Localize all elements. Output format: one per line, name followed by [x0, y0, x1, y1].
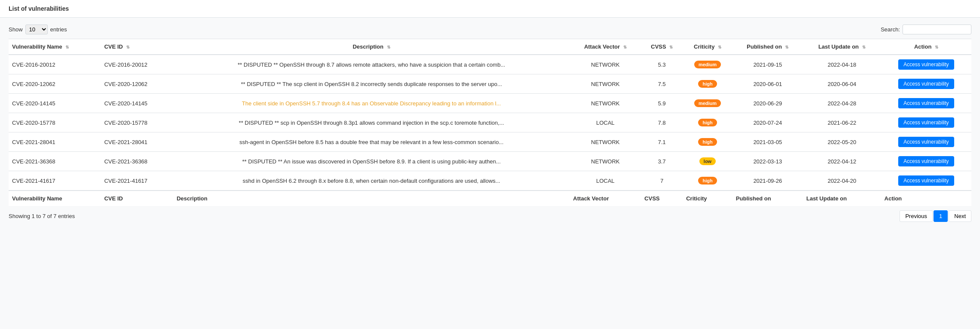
cell-cve-id: CVE-2021-28041: [101, 132, 173, 152]
access-vulnerability-button[interactable]: Access vulnerability: [898, 117, 954, 128]
table-row: CVE-2021-41617 CVE-2021-41617 sshd in Op…: [9, 171, 971, 191]
cell-action: Access vulnerability: [881, 94, 971, 113]
cell-last-update: 2022-04-18: [803, 55, 881, 74]
cell-action: Access vulnerability: [881, 55, 971, 74]
col-vuln-name: Vulnerability Name ⇅: [9, 39, 101, 55]
table-row: CVE-2020-12062 CVE-2020-12062 ** DISPUTE…: [9, 74, 971, 94]
entries-select[interactable]: 102550100: [25, 25, 48, 34]
criticality-badge: medium: [694, 99, 721, 107]
cell-cve-id: CVE-2020-15778: [101, 113, 173, 132]
table-row: CVE-2021-36368 CVE-2021-36368 ** DISPUTE…: [9, 152, 971, 171]
table-header: Vulnerability Name ⇅ CVE ID ⇅ Descriptio…: [9, 39, 971, 55]
col-cve-id: CVE ID ⇅: [101, 39, 173, 55]
cell-last-update: 2022-05-20: [803, 132, 881, 152]
cell-cvss: 3.7: [641, 152, 683, 171]
show-entries-control: Show 102550100 entries: [9, 25, 67, 34]
search-box: Search:: [881, 25, 971, 34]
sort-icon-description: ⇅: [387, 45, 390, 49]
criticality-badge: high: [698, 80, 717, 88]
cell-published-on: 2021-03-05: [733, 132, 803, 152]
cell-action: Access vulnerability: [881, 152, 971, 171]
cell-criticality: high: [683, 113, 733, 132]
cell-cve-id: CVE-2020-12062: [101, 74, 173, 94]
table-row: CVE-2021-28041 CVE-2021-28041 ssh-agent …: [9, 132, 971, 152]
criticality-badge: low: [699, 157, 716, 165]
previous-button[interactable]: Previous: [900, 210, 933, 222]
cell-last-update: 2020-06-04: [803, 74, 881, 94]
cell-description: ** DISPUTED ** The scp client in OpenSSH…: [173, 74, 569, 94]
footer-published-on: Published on: [733, 191, 803, 206]
col-action: Action ⇅: [881, 39, 971, 55]
cell-vuln-name: CVE-2020-12062: [9, 74, 101, 94]
cell-attack-vector: LOCAL: [570, 171, 641, 191]
cell-vuln-name: CVE-2021-36368: [9, 152, 101, 171]
search-input[interactable]: [903, 25, 971, 34]
cell-attack-vector: NETWORK: [570, 132, 641, 152]
access-vulnerability-button[interactable]: Access vulnerability: [898, 156, 954, 166]
cell-description: ** DISPUTED ** An issue was discovered i…: [173, 152, 569, 171]
cell-attack-vector: NETWORK: [570, 94, 641, 113]
cell-action: Access vulnerability: [881, 74, 971, 94]
cell-vuln-name: CVE-2020-15778: [9, 113, 101, 132]
header-title: List of vulnerabilities: [9, 5, 69, 12]
sort-icon-criticality: ⇅: [718, 45, 721, 49]
show-label: Show: [9, 26, 23, 33]
page-title: List of vulnerabilities: [0, 0, 980, 18]
cell-vuln-name: CVE-2021-41617: [9, 171, 101, 191]
page-1-button[interactable]: 1: [934, 210, 948, 222]
criticality-badge: medium: [694, 61, 721, 68]
cell-description: sshd in OpenSSH 6.2 through 8.x before 8…: [173, 171, 569, 191]
access-vulnerability-button[interactable]: Access vulnerability: [898, 98, 954, 108]
next-button[interactable]: Next: [949, 210, 971, 222]
cell-last-update: 2021-06-22: [803, 113, 881, 132]
cell-criticality: high: [683, 132, 733, 152]
search-label: Search:: [881, 26, 900, 33]
cell-vuln-name: CVE-2016-20012: [9, 55, 101, 74]
sort-icon-cve-id: ⇅: [126, 45, 130, 49]
cell-cvss: 7.8: [641, 113, 683, 132]
table-row: CVE-2020-14145 CVE-2020-14145 The client…: [9, 94, 971, 113]
table-row: CVE-2020-15778 CVE-2020-15778 ** DISPUTE…: [9, 113, 971, 132]
pagination: Previous 1 Next: [900, 210, 971, 222]
sort-icon-vuln-name: ⇅: [65, 45, 69, 49]
cell-cvss: 7.1: [641, 132, 683, 152]
entries-label: entries: [50, 26, 67, 33]
cell-action: Access vulnerability: [881, 113, 971, 132]
sort-icon-last-update: ⇅: [862, 45, 866, 49]
access-vulnerability-button[interactable]: Access vulnerability: [898, 137, 954, 147]
footer-cve-id: CVE ID: [101, 191, 173, 206]
table-footer: Showing 1 to 7 of 7 entries Previous 1 N…: [9, 210, 971, 222]
access-vulnerability-button[interactable]: Access vulnerability: [898, 59, 954, 70]
footer-description: Description: [173, 191, 569, 206]
footer-attack-vector: Attack Vector: [570, 191, 641, 206]
sort-icon-action: ⇅: [935, 45, 938, 49]
col-last-update: Last Update on ⇅: [803, 39, 881, 55]
cell-published-on: 2021-09-15: [733, 55, 803, 74]
table-controls: Show 102550100 entries Search:: [9, 25, 971, 34]
table-row: CVE-2016-20012 CVE-2016-20012 ** DISPUTE…: [9, 55, 971, 74]
footer-action: Action: [881, 191, 971, 206]
cell-criticality: medium: [683, 94, 733, 113]
vulnerabilities-table: Vulnerability Name ⇅ CVE ID ⇅ Descriptio…: [9, 39, 971, 206]
cell-vuln-name: CVE-2020-14145: [9, 94, 101, 113]
sort-icon-attack-vector: ⇅: [623, 45, 627, 49]
cell-cve-id: CVE-2021-36368: [101, 152, 173, 171]
access-vulnerability-button[interactable]: Access vulnerability: [898, 175, 954, 186]
showing-text: Showing 1 to 7 of 7 entries: [9, 213, 75, 219]
cell-cve-id: CVE-2016-20012: [101, 55, 173, 74]
cell-description: The client side in OpenSSH 5.7 through 8…: [173, 94, 569, 113]
cell-last-update: 2022-04-28: [803, 94, 881, 113]
cell-criticality: medium: [683, 55, 733, 74]
col-cvss: CVSS ⇅: [641, 39, 683, 55]
col-description: Description ⇅: [173, 39, 569, 55]
cell-description: ssh-agent in OpenSSH before 8.5 has a do…: [173, 132, 569, 152]
cell-criticality: high: [683, 74, 733, 94]
cell-criticality: high: [683, 171, 733, 191]
sort-icon-cvss: ⇅: [669, 45, 673, 49]
cell-action: Access vulnerability: [881, 171, 971, 191]
col-published-on: Published on ⇅: [733, 39, 803, 55]
access-vulnerability-button[interactable]: Access vulnerability: [898, 79, 954, 89]
criticality-badge: high: [698, 138, 717, 146]
cell-attack-vector: NETWORK: [570, 74, 641, 94]
cell-published-on: 2020-06-29: [733, 94, 803, 113]
